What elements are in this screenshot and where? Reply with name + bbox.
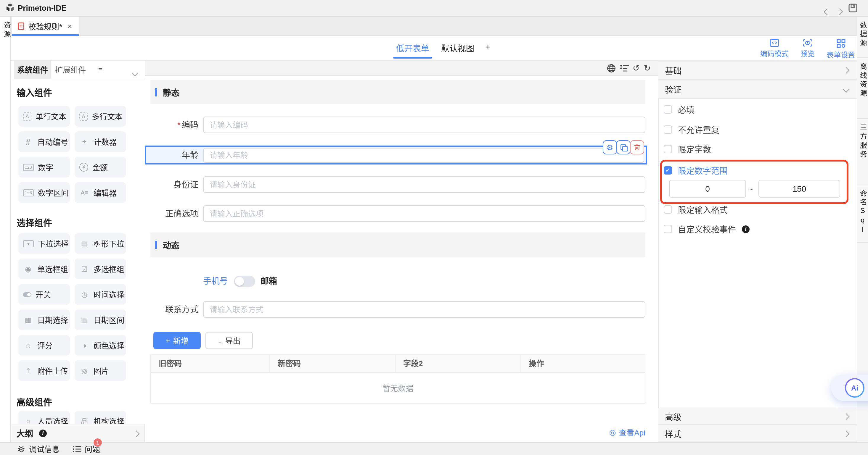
close-icon[interactable]: ×: [67, 22, 72, 31]
palette-item-multi-line-text[interactable]: A多行文本: [74, 106, 126, 127]
checkbox-custom-validation-event[interactable]: 自定义校验事件 i: [664, 224, 750, 234]
add-view-button[interactable]: +: [482, 42, 494, 53]
palette-tab-system[interactable]: 系统组件: [14, 61, 51, 80]
rating-star-icon: ☆: [23, 341, 33, 349]
checkbox-group-icon: ☑: [79, 265, 89, 273]
dock-tab-offline-resources[interactable]: 离线资源: [857, 58, 868, 119]
number-icon: 123: [23, 164, 34, 171]
outline-tree-icon[interactable]: [620, 64, 628, 72]
export-button[interactable]: ↓ 导出: [206, 332, 253, 349]
dock-tab-third-party-services[interactable]: 三方服务: [857, 119, 868, 185]
palette-item-time-picker[interactable]: ◷时间选择: [74, 284, 126, 305]
inspector-section-style[interactable]: 样式: [658, 425, 857, 442]
palette-item-radio-group[interactable]: ◉单选框组: [18, 259, 70, 279]
undo-icon[interactable]: ↺: [633, 64, 640, 72]
status-bar: 调试信息 问题: [0, 442, 868, 455]
debug-info-button[interactable]: 调试信息: [17, 443, 60, 454]
inspector-section-advanced[interactable]: 高级: [658, 408, 857, 425]
toggle-label-phone[interactable]: 手机号: [203, 276, 228, 287]
palette-item-single-line-text[interactable]: A单行文本: [18, 106, 70, 127]
code-mode-button[interactable]: 编码模式: [758, 39, 790, 58]
add-row-button[interactable]: + 新增: [153, 332, 201, 349]
toggle-label-email[interactable]: 邮箱: [260, 276, 277, 287]
palette-item-auto-number[interactable]: #自动编号: [18, 131, 70, 152]
tab-validation-rules[interactable]: 校验规则* ×: [12, 17, 79, 36]
globe-icon[interactable]: [607, 64, 616, 72]
palette-item-color-picker[interactable]: ◑颜色选择: [74, 335, 126, 356]
view-tab-default-view[interactable]: 默认视图: [438, 42, 477, 54]
palette-item-counter[interactable]: ±计数器: [74, 131, 126, 152]
palette-item-date-range[interactable]: ▦日期区间: [74, 310, 126, 330]
palette-item-rating[interactable]: ☆评分: [18, 335, 70, 356]
palette-item-person-select[interactable]: ○人员选择: [18, 411, 70, 424]
form-settings-label: 表单设置: [827, 49, 855, 59]
palette-item-editor[interactable]: A≡编辑器: [74, 182, 126, 203]
range-separator: ~: [748, 185, 753, 193]
palette-item-image[interactable]: ▧图片: [74, 360, 126, 381]
checkbox-limit-length[interactable]: 限定字数: [664, 144, 711, 155]
range-min-input[interactable]: [669, 180, 746, 198]
ai-assistant-button[interactable]: Ai: [845, 378, 864, 398]
eye-icon: ◎: [609, 428, 616, 437]
contact-input[interactable]: [203, 301, 645, 318]
date-picker-icon: ▦: [23, 316, 33, 324]
outline-expand-icon[interactable]: [134, 428, 138, 438]
code-input[interactable]: [203, 117, 645, 133]
forward-icon[interactable]: [837, 6, 842, 17]
table-header-new-password: 新密码: [270, 355, 396, 372]
range-max-input[interactable]: [758, 180, 840, 198]
checkbox-no-duplicates[interactable]: 不允许重复: [664, 124, 719, 135]
dock-tab-named-sql[interactable]: 命名Sql: [857, 185, 868, 242]
idcard-input[interactable]: [203, 176, 645, 193]
palette-item-number[interactable]: 123数字: [18, 157, 70, 177]
required-mark: *: [177, 120, 181, 130]
tab-title: 校验规则*: [28, 21, 62, 32]
age-input[interactable]: [203, 148, 644, 163]
dock-tab-data-source[interactable]: 数据源: [857, 17, 868, 58]
phone-email-toggle[interactable]: [234, 276, 255, 287]
checkbox-limit-number-range[interactable]: ✓ 限定数字范围: [664, 165, 728, 176]
palette-tab-extension[interactable]: 扩展组件: [52, 61, 89, 79]
palette-item-checkbox-group[interactable]: ☑多选框组: [74, 259, 126, 279]
palette-menu-icon[interactable]: ≡: [98, 66, 102, 74]
view-header: 低开表单 默认视图 + 编码模式 预览: [11, 36, 857, 61]
form-settings-button[interactable]: 表单设置: [825, 39, 857, 59]
section-header-dynamic[interactable]: 动态: [150, 232, 645, 257]
palette-item-switch[interactable]: 开关: [18, 284, 70, 305]
view-api-link[interactable]: ◎ 查看Api: [568, 427, 645, 438]
palette-item-dropdown[interactable]: ▾下拉选择: [18, 233, 70, 254]
palette-item-attachment-upload[interactable]: ↥附件上传: [18, 360, 70, 381]
field-delete-button[interactable]: [630, 140, 644, 155]
save-icon[interactable]: [848, 4, 857, 12]
back-icon[interactable]: [825, 6, 830, 17]
checkbox-icon: [664, 145, 672, 153]
checkbox-limit-input-format[interactable]: 限定输入格式: [664, 204, 728, 215]
palette-scroll-area[interactable]: 输入组件 A单行文本 A多行文本 #自动编号 ±计数器 123数字 ¥金额 1~…: [11, 79, 145, 424]
table-header-old-password: 旧密码: [151, 355, 270, 372]
input-components-grid: A单行文本 A多行文本 #自动编号 ±计数器 123数字 ¥金额 1~3数字区间…: [18, 106, 126, 203]
palette-header: 系统组件 扩展组件 ≡: [11, 61, 145, 79]
view-tab-lowcode-form[interactable]: 低开表单: [393, 42, 432, 54]
palette-item-number-range[interactable]: 1~3数字区间: [18, 182, 70, 203]
checkbox-icon: [664, 225, 672, 233]
copy-icon: [620, 144, 627, 151]
select-components-grid: ▾下拉选择 ▤树形下拉 ◉单选框组 ☑多选框组 开关 ◷时间选择 ▦日期选择 ▦…: [18, 233, 126, 381]
field-settings-button[interactable]: ⚙: [603, 140, 617, 155]
section-header-static[interactable]: 静态: [150, 80, 645, 104]
dock-tab-resources[interactable]: 资源: [1, 21, 12, 41]
checkbox-required[interactable]: 必填: [664, 104, 694, 115]
palette-item-currency[interactable]: ¥金额: [74, 157, 126, 177]
palette-item-date-picker[interactable]: ▦日期选择: [18, 310, 70, 330]
redo-icon[interactable]: ↻: [644, 64, 651, 72]
inspector-section-validation[interactable]: 验证: [658, 80, 857, 99]
preview-button[interactable]: 预览: [797, 39, 818, 58]
palette-item-tree-dropdown[interactable]: ▤树形下拉: [74, 233, 126, 254]
inspector-section-basic[interactable]: 基础: [658, 61, 857, 80]
palette-collapse-icon[interactable]: [133, 67, 137, 77]
correct-option-input[interactable]: [203, 205, 645, 222]
field-copy-button[interactable]: [616, 140, 630, 155]
outline-row[interactable]: 大纲 i: [11, 424, 145, 442]
preview-label: 预览: [801, 48, 815, 58]
left-dock-strip: 资源: [0, 17, 11, 442]
palette-item-org-select[interactable]: 品机构选择: [74, 411, 126, 424]
